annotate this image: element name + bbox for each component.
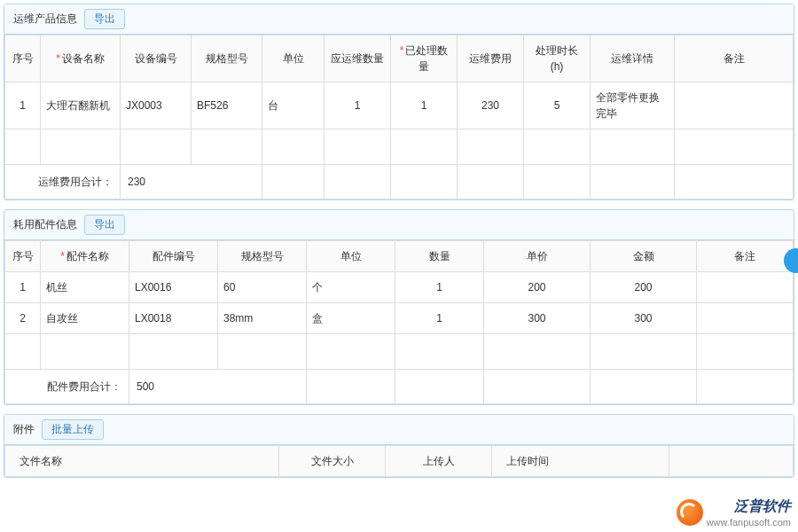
cell-spec: BF526 xyxy=(192,82,262,129)
cell-should: 1 xyxy=(325,82,391,129)
cell-spec: 38mm xyxy=(218,303,307,334)
col-price: 单价 xyxy=(484,241,591,272)
col-should-qty: 应运维数量 xyxy=(325,35,391,82)
bulk-upload-button[interactable]: 批量上传 xyxy=(42,419,104,440)
col-fee: 运维费用 xyxy=(458,35,524,82)
col-hours: 处理时长(h) xyxy=(524,35,591,82)
required-icon: * xyxy=(60,250,65,262)
sum-value: 230 xyxy=(121,165,262,200)
col-spec: 规格型号 xyxy=(218,241,307,272)
cell-unit: 台 xyxy=(262,82,325,129)
col-amount: 金额 xyxy=(591,241,697,272)
cell-code: LX0018 xyxy=(129,303,218,334)
maintenance-products-panel: 运维产品信息 导出 序号 *设备名称 设备编号 规格型号 单位 应运维数量 *已… xyxy=(4,4,794,200)
table-row[interactable]: 2 自攻丝 LX0018 38mm 盒 1 300 300 xyxy=(5,303,794,334)
table-header-row: 序号 *设备名称 设备编号 规格型号 单位 应运维数量 *已处理数量 运维费用 … xyxy=(5,35,794,82)
spacer-row xyxy=(5,129,794,165)
cell-seq: 1 xyxy=(5,82,41,129)
panel-header: 附件 批量上传 xyxy=(4,415,794,445)
cell-qty: 1 xyxy=(395,272,484,303)
cell-remark xyxy=(697,303,794,334)
sum-row: 配件费用合计： 500 xyxy=(5,370,794,404)
panel-title: 附件 xyxy=(13,422,35,437)
parts-panel: 耗用配件信息 导出 序号 *配件名称 配件编号 规格型号 单位 数量 单价 金额… xyxy=(4,209,794,405)
attachments-table: 文件名称 文件大小 上传人 上传时间 xyxy=(4,445,794,477)
cell-name: 大理石翻新机 xyxy=(41,82,121,129)
panel-title: 耗用配件信息 xyxy=(13,217,77,232)
cell-seq: 2 xyxy=(5,303,41,334)
cell-fee: 230 xyxy=(458,82,524,129)
table-header-row: 文件名称 文件大小 上传人 上传时间 xyxy=(5,446,794,477)
required-icon: * xyxy=(400,44,404,57)
table-row[interactable]: 1 机丝 LX0016 60 个 1 200 200 xyxy=(5,272,794,303)
col-filename: 文件名称 xyxy=(5,446,279,477)
col-remark: 备注 xyxy=(675,35,794,82)
cell-remark xyxy=(675,82,794,129)
col-done-qty: *已处理数量 xyxy=(391,35,458,82)
cell-qty: 1 xyxy=(395,303,484,334)
export-button[interactable]: 导出 xyxy=(84,215,125,235)
col-size: 文件大小 xyxy=(279,446,386,477)
col-detail: 运维详情 xyxy=(591,35,675,82)
col-device-code: 设备编号 xyxy=(121,35,192,82)
col-part-name: *配件名称 xyxy=(41,241,129,272)
cell-amount: 300 xyxy=(591,303,697,334)
panel-header: 耗用配件信息 导出 xyxy=(4,210,794,240)
sum-row: 运维费用合计： 230 xyxy=(5,165,794,200)
col-remark: 备注 xyxy=(697,241,794,272)
panel-title: 运维产品信息 xyxy=(13,12,77,27)
col-qty: 数量 xyxy=(395,241,484,272)
cell-remark xyxy=(697,272,794,303)
sum-label: 配件费用合计： xyxy=(5,370,129,404)
cell-price: 200 xyxy=(484,272,591,303)
cell-hours: 5 xyxy=(524,82,591,129)
col-device-name: *设备名称 xyxy=(41,35,121,82)
panel-header: 运维产品信息 导出 xyxy=(4,4,794,35)
cell-seq: 1 xyxy=(5,272,41,303)
col-uploader: 上传人 xyxy=(386,446,492,477)
cell-done: 1 xyxy=(391,82,458,129)
maintenance-table: 序号 *设备名称 设备编号 规格型号 单位 应运维数量 *已处理数量 运维费用 … xyxy=(4,35,794,200)
cell-amount: 200 xyxy=(591,272,697,303)
col-unit: 单位 xyxy=(262,35,325,82)
col-seq: 序号 xyxy=(5,241,41,272)
table-row[interactable]: 1 大理石翻新机 JX0003 BF526 台 1 1 230 5 全部零件更换… xyxy=(5,82,794,129)
cell-code: LX0016 xyxy=(129,272,218,303)
col-time: 上传时间 xyxy=(492,446,669,477)
col-seq: 序号 xyxy=(5,35,41,82)
export-button[interactable]: 导出 xyxy=(84,9,125,29)
sum-value: 500 xyxy=(129,370,307,404)
col-spec: 规格型号 xyxy=(192,35,262,82)
col-blank xyxy=(669,446,794,477)
cell-price: 300 xyxy=(484,303,591,334)
cell-code: JX0003 xyxy=(121,82,192,129)
col-unit: 单位 xyxy=(307,241,395,272)
cell-name: 自攻丝 xyxy=(41,303,129,334)
col-part-code: 配件编号 xyxy=(129,241,218,272)
sum-label: 运维费用合计： xyxy=(5,165,121,200)
cell-name: 机丝 xyxy=(41,272,129,303)
table-header-row: 序号 *配件名称 配件编号 规格型号 单位 数量 单价 金额 备注 xyxy=(5,241,794,272)
cell-detail: 全部零件更换完毕 xyxy=(591,82,675,129)
spacer-row xyxy=(5,334,794,370)
cell-unit: 盒 xyxy=(307,303,395,334)
attachments-panel: 附件 批量上传 文件名称 文件大小 上传人 上传时间 xyxy=(4,414,794,478)
parts-table: 序号 *配件名称 配件编号 规格型号 单位 数量 单价 金额 备注 1 机丝 L… xyxy=(4,240,794,404)
cell-spec: 60 xyxy=(218,272,307,303)
cell-unit: 个 xyxy=(307,272,395,303)
required-icon: * xyxy=(56,52,60,65)
